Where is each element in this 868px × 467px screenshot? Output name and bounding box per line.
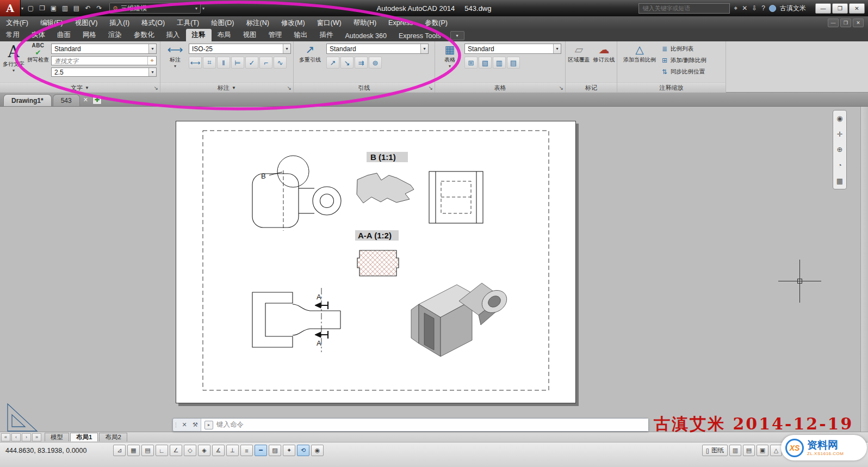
quick-properties-toggle[interactable]: ✦ bbox=[283, 445, 295, 456]
last-layout-button[interactable]: » bbox=[32, 433, 41, 441]
menu-item[interactable]: 标注(N) bbox=[240, 16, 275, 29]
snap-toggle[interactable]: ▦ bbox=[127, 445, 140, 456]
mleader-add-icon[interactable]: ↗ bbox=[326, 57, 339, 69]
section-marker-a-top[interactable]: A bbox=[317, 293, 321, 301]
panel-title-text[interactable]: 文字▼ bbox=[0, 82, 160, 93]
section-label[interactable]: A-A (1:2) bbox=[358, 231, 392, 240]
dim-jog-icon[interactable]: ∿ bbox=[274, 57, 287, 69]
dim-linear-icon[interactable]: ⟷ bbox=[189, 57, 202, 69]
ribbon-tab[interactable]: 管理 bbox=[263, 29, 288, 41]
dialog-launcher-icon[interactable]: ↘ bbox=[429, 85, 433, 91]
ducs-toggle[interactable]: ⟂ bbox=[226, 445, 239, 456]
table-style-combo[interactable]: Standard ▾ bbox=[464, 44, 561, 54]
ribbon-tab[interactable]: 布局 bbox=[212, 29, 237, 41]
command-input-field[interactable]: ▸ 键入命令 bbox=[201, 419, 648, 431]
help-icon[interactable]: ? bbox=[761, 4, 765, 12]
add-current-scale-button[interactable]: △ 添加当前比例 bbox=[622, 43, 658, 63]
menu-item[interactable]: 插入(I) bbox=[103, 16, 135, 29]
close-button[interactable]: ✕ bbox=[849, 3, 865, 14]
detail-label[interactable]: B (1:1) bbox=[370, 152, 396, 162]
ribbon-tab[interactable]: 参数化 bbox=[128, 29, 160, 41]
table-export-icon[interactable]: ▥ bbox=[493, 57, 506, 69]
sync-scale-positions-button[interactable]: ⇅ 同步比例位置 bbox=[661, 66, 706, 77]
mleader-style-combo[interactable]: Standard ▾ bbox=[326, 44, 429, 54]
panel-title-table[interactable]: 表格 bbox=[435, 82, 565, 93]
save-as-icon[interactable]: ▥ bbox=[59, 3, 71, 14]
save-icon[interactable]: ▣ bbox=[48, 3, 59, 14]
next-layout-button[interactable]: › bbox=[22, 433, 31, 441]
menu-item[interactable]: 参数(P) bbox=[419, 16, 454, 29]
dim-baseline-icon[interactable]: ⊨ bbox=[231, 57, 244, 69]
spell-check-button[interactable]: ABC ✔ 拼写检查 bbox=[26, 43, 50, 63]
osnap-toggle[interactable]: ◇ bbox=[184, 445, 196, 456]
doc-restore-button[interactable]: ❐ bbox=[840, 19, 851, 27]
app-menu-chevron-icon[interactable]: ▾ bbox=[21, 6, 23, 11]
infer-constraints-toggle[interactable]: ⊿ bbox=[113, 445, 126, 456]
dim-inspect-icon[interactable]: ✓ bbox=[245, 57, 258, 69]
table-cell-icon[interactable]: ▤ bbox=[507, 57, 520, 69]
layout-tab[interactable]: 模型 bbox=[45, 433, 69, 441]
ribbon-tab[interactable]: 输出 bbox=[288, 29, 314, 41]
quick-view-layouts-icon[interactable]: ▥ bbox=[729, 445, 741, 456]
close-tab-icon[interactable]: ✕ bbox=[83, 96, 88, 103]
osnap-3d-toggle[interactable]: ◈ bbox=[198, 445, 210, 456]
grid-toggle[interactable]: ▤ bbox=[141, 445, 154, 456]
doc-minimize-button[interactable]: — bbox=[828, 19, 839, 27]
table-button[interactable]: ▦ 表格 ▾ bbox=[438, 43, 462, 69]
minimize-button[interactable]: — bbox=[815, 3, 831, 14]
vertical-scrollbar[interactable] bbox=[860, 107, 868, 432]
redo-icon[interactable]: ↷ bbox=[94, 3, 105, 14]
orbit-icon[interactable]: ◔ bbox=[838, 161, 842, 169]
menu-item[interactable]: 修改(M) bbox=[275, 16, 311, 29]
paper-model-toggle[interactable]: ▯ 图纸 bbox=[702, 445, 728, 456]
ribbon-tab[interactable]: 插入 bbox=[160, 29, 186, 41]
layout-tab[interactable]: 布局2 bbox=[99, 433, 127, 441]
menu-item[interactable]: 工具(T) bbox=[171, 16, 205, 29]
mtext-button[interactable]: A 多行文字 ▾ bbox=[2, 43, 25, 73]
infocenter-search-input[interactable] bbox=[638, 3, 730, 14]
ribbon-options-dropdown[interactable]: ▾ bbox=[450, 31, 464, 40]
new-tab-button[interactable]: ✚ bbox=[92, 95, 102, 105]
dim-continue-icon[interactable]: ‖ bbox=[217, 57, 230, 69]
search-go-icon[interactable]: ⌖ bbox=[734, 4, 737, 12]
find-text-icon[interactable]: ⌖ bbox=[147, 57, 156, 65]
add-delete-scales-button[interactable]: ⊞ 添加/删除比例 bbox=[661, 54, 706, 66]
menu-item[interactable]: 帮助(H) bbox=[348, 16, 382, 29]
ribbon-tab[interactable]: 渲染 bbox=[102, 29, 128, 41]
file-tab[interactable]: 543 bbox=[53, 94, 80, 106]
quick-view-drawings-icon[interactable]: ▤ bbox=[743, 445, 755, 456]
menu-item[interactable]: 编辑(E) bbox=[34, 16, 69, 29]
open-file-icon[interactable]: ❒ bbox=[36, 3, 48, 14]
new-file-icon[interactable]: ▢ bbox=[25, 3, 36, 14]
model-space-icon[interactable]: ▣ bbox=[757, 445, 768, 456]
showmotion-icon[interactable]: ▦ bbox=[836, 177, 843, 185]
dim-update-icon[interactable]: ⌐ bbox=[259, 57, 272, 69]
scale-list-button[interactable]: ≣ 比例列表 bbox=[661, 43, 706, 54]
file-tab[interactable]: Drawing1* bbox=[3, 94, 52, 106]
multileader-button[interactable]: ↗ 多重引线 bbox=[296, 43, 324, 63]
command-close-icon[interactable]: ✕ bbox=[179, 419, 190, 431]
ribbon-tab[interactable]: 注释 bbox=[186, 29, 212, 41]
ribbon-tab[interactable]: 实体 bbox=[26, 29, 51, 41]
ribbon-tab[interactable]: Autodesk 360 bbox=[339, 30, 393, 41]
command-line-grip[interactable]: ⋮ bbox=[173, 419, 179, 431]
ribbon-tab[interactable]: 视图 bbox=[237, 29, 263, 41]
command-line[interactable]: ⋮ ✕ ⚒ ▸ 键入命令 bbox=[172, 418, 649, 432]
restore-button[interactable]: ❐ bbox=[832, 3, 848, 14]
wipeout-button[interactable]: ▱ 区域覆盖 bbox=[567, 43, 591, 63]
text-height-combo[interactable]: 2.5 ▾ bbox=[51, 67, 157, 77]
a360-icon[interactable]: ⇩ bbox=[752, 4, 757, 12]
revision-cloud-button[interactable]: ☁ 修订云线 bbox=[592, 43, 616, 63]
qat-customize-icon[interactable]: ▾ bbox=[202, 6, 204, 11]
selection-cycling-toggle[interactable]: ⟲ bbox=[297, 445, 309, 456]
application-menu-button[interactable]: A bbox=[0, 0, 21, 16]
layout-paper[interactable]: B B (1:1) A-A (1:2) bbox=[176, 121, 576, 403]
plot-icon[interactable]: ▤ bbox=[71, 3, 82, 14]
menu-item[interactable]: 视图(V) bbox=[69, 16, 104, 29]
pan-icon[interactable]: ✛ bbox=[837, 130, 843, 138]
dim-quick-icon[interactable]: ⌗ bbox=[203, 57, 216, 69]
panel-title-annotation-scaling[interactable]: 注释缩放 bbox=[617, 82, 726, 93]
user-avatar-icon[interactable] bbox=[769, 5, 776, 12]
undo-icon[interactable]: ↶ bbox=[82, 3, 94, 14]
menu-item[interactable]: 格式(O) bbox=[135, 16, 171, 29]
